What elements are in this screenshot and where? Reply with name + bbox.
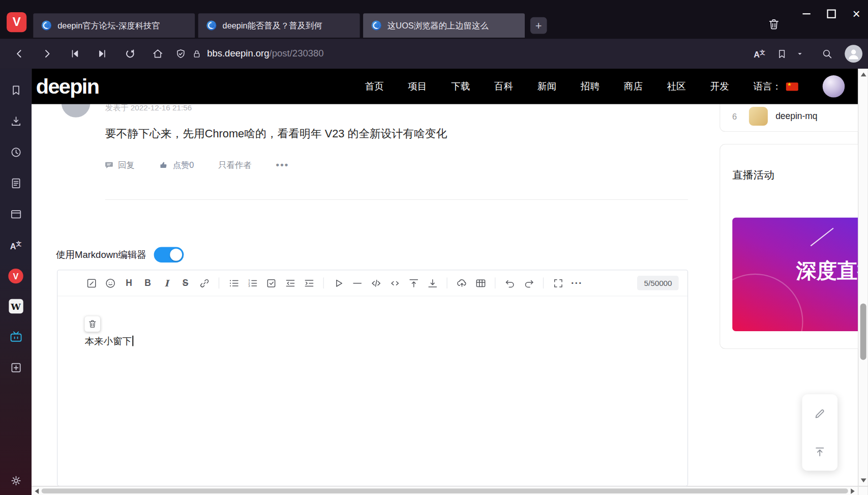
bullet-list-icon[interactable] <box>224 274 243 293</box>
table-icon[interactable] <box>471 274 490 293</box>
horizontal-scrollbar[interactable] <box>32 486 858 495</box>
rank-list-item[interactable]: 6 deepin-mq <box>720 107 858 126</box>
markdown-toggle-switch[interactable] <box>154 247 184 263</box>
deepin-logo[interactable]: deepin <box>36 74 99 98</box>
vertical-scrollbar[interactable] <box>858 69 868 486</box>
shield-badge-icon[interactable] <box>175 48 187 60</box>
nav-item-develop[interactable]: 开发 <box>710 80 729 93</box>
bookmark-page-button[interactable] <box>772 43 792 65</box>
heading-icon[interactable]: H <box>119 274 138 293</box>
undo-icon[interactable] <box>500 274 519 293</box>
forward-button[interactable] <box>33 43 61 65</box>
quote-icon[interactable] <box>329 274 348 293</box>
post-content: 要不静下心来，先用Chrome啥的，看看明年 V23 的全新设计有啥变化 <box>105 126 447 141</box>
upload-icon[interactable] <box>452 274 471 293</box>
settings-button[interactable] <box>8 473 23 488</box>
nav-item-home[interactable]: 首页 <box>365 80 383 93</box>
live-banner-image[interactable]: 深度直播 <box>732 218 858 331</box>
only-author-label: 只看作者 <box>218 160 251 170</box>
edit-mode-icon[interactable] <box>82 274 101 293</box>
code-block-icon[interactable] <box>367 274 385 293</box>
bilibili-webpanel-button[interactable] <box>8 329 23 344</box>
horizontal-scrollbar-thumb[interactable] <box>42 488 848 493</box>
notes-panel-button[interactable] <box>8 176 23 191</box>
address-bar[interactable]: bbs.deepin.org/post/230380 <box>175 48 750 60</box>
user-avatar[interactable] <box>823 75 845 98</box>
pencil-icon <box>813 407 826 420</box>
nav-item-wiki[interactable]: 百科 <box>494 80 513 93</box>
scroll-up-button[interactable] <box>861 73 866 77</box>
translate-panel-button[interactable]: A文 <box>8 238 23 253</box>
nav-item-news[interactable]: 新闻 <box>537 80 556 93</box>
delete-block-button[interactable] <box>85 316 100 332</box>
back-button[interactable] <box>6 43 33 65</box>
close-button[interactable]: × <box>848 6 865 22</box>
toolbar-separator <box>219 277 219 288</box>
vertical-scrollbar-thumb[interactable] <box>860 304 866 360</box>
nav-item-store[interactable]: 商店 <box>624 80 643 93</box>
browser-tab-3-active[interactable]: 这UOS浏览器的上边留这么 <box>363 13 525 38</box>
profile-button[interactable] <box>845 45 862 63</box>
outdent-icon[interactable] <box>281 274 300 293</box>
post-more-button[interactable]: ••• <box>276 160 289 171</box>
link-icon[interactable] <box>195 274 214 293</box>
back-to-top-button[interactable] <box>810 442 830 461</box>
insert-before-icon[interactable] <box>404 274 423 293</box>
inline-code-icon[interactable] <box>385 274 404 293</box>
scroll-down-button[interactable] <box>861 479 866 483</box>
maximize-button[interactable] <box>823 6 840 22</box>
address-bar-actions: A文 <box>750 43 862 65</box>
search-button[interactable] <box>817 43 837 65</box>
nav-item-community[interactable]: 社区 <box>667 80 686 93</box>
browser-tab-2[interactable]: deepin能否普及？普及到何 <box>198 13 360 38</box>
history-panel-button[interactable] <box>8 144 23 160</box>
write-post-button[interactable] <box>810 403 830 423</box>
vivaldi-webpanel-button[interactable]: V <box>8 269 23 283</box>
add-webpanel-button[interactable] <box>8 360 23 375</box>
italic-icon[interactable]: I <box>157 274 176 293</box>
emoji-icon[interactable] <box>101 274 119 293</box>
new-tab-button[interactable]: + <box>530 17 547 34</box>
windows-panel-button[interactable] <box>8 207 23 222</box>
reply-button[interactable]: 回复 <box>104 160 135 170</box>
editor-textarea[interactable]: 本来小窗下 <box>57 296 687 486</box>
language-selector[interactable]: 语言： <box>754 80 798 93</box>
browser-tab-1[interactable]: deepin官方论坛-深度科技官 <box>33 13 195 38</box>
text-caret <box>132 336 133 346</box>
only-author-button[interactable]: 只看作者 <box>218 160 251 170</box>
scroll-right-button[interactable] <box>851 488 855 494</box>
fullscreen-icon[interactable] <box>549 274 567 293</box>
nav-item-download[interactable]: 下载 <box>451 80 470 93</box>
translate-button[interactable]: A文 <box>750 43 769 65</box>
live-banner-text: 深度直播 <box>796 257 858 285</box>
wikipedia-webpanel-button[interactable]: W <box>9 299 23 313</box>
nav-item-projects[interactable]: 项目 <box>408 80 427 93</box>
arrow-up-to-bar-icon <box>813 445 826 458</box>
indent-icon[interactable] <box>300 274 318 293</box>
downloads-panel-button[interactable] <box>8 113 23 129</box>
toolbar-separator <box>447 277 447 288</box>
bold-icon[interactable]: B <box>138 274 157 293</box>
horizontal-rule-icon[interactable] <box>348 274 367 293</box>
insert-after-icon[interactable] <box>423 274 442 293</box>
like-button[interactable]: 点赞0 <box>159 160 194 170</box>
page-content: deepin 首页 项目 下载 百科 新闻 招聘 商店 社区 开发 语言： 发表… <box>32 69 858 486</box>
rewind-button[interactable] <box>61 43 88 65</box>
fast-forward-button[interactable] <box>88 43 116 65</box>
strikethrough-icon[interactable]: S <box>176 274 195 293</box>
reload-button[interactable] <box>116 43 144 65</box>
minimize-button[interactable] <box>798 6 815 22</box>
vivaldi-menu-button[interactable]: V <box>7 12 26 32</box>
reply-bubble-icon <box>104 160 114 170</box>
bookmarks-panel-button[interactable] <box>8 82 23 98</box>
ordered-list-icon[interactable]: 123 <box>243 274 262 293</box>
home-button[interactable] <box>144 43 171 65</box>
check-list-icon[interactable] <box>262 274 281 293</box>
bookmark-dropdown-button[interactable] <box>794 43 806 65</box>
scroll-left-button[interactable] <box>35 488 39 494</box>
redo-icon[interactable] <box>519 274 538 293</box>
tab-label: deepin官方论坛-深度科技官 <box>57 20 187 31</box>
closed-tabs-trash-button[interactable] <box>765 14 783 34</box>
nav-item-jobs[interactable]: 招聘 <box>581 80 600 93</box>
more-tools-icon[interactable]: ··· <box>567 274 586 293</box>
